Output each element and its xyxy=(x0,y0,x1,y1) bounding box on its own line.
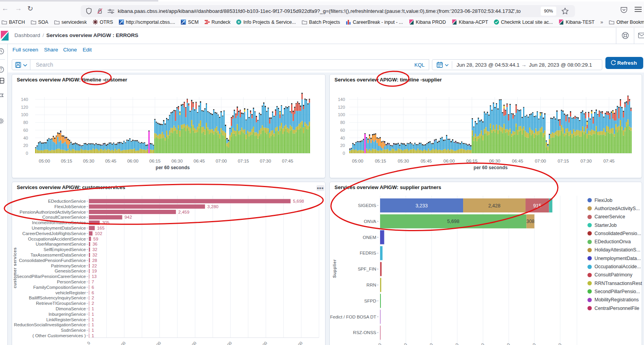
help-icon[interactable] xyxy=(621,32,629,39)
time-range-arrow: → xyxy=(521,62,526,68)
newsfeed-icon[interactable] xyxy=(638,33,644,38)
reload-icon[interactable]: ↻ xyxy=(27,4,33,13)
chevron-down-icon xyxy=(445,64,449,66)
legend-item[interactable]: FlexiJob xyxy=(587,196,642,204)
canvas-icon[interactable] xyxy=(0,93,4,100)
time-from[interactable]: Jun 28, 2023 @ 04:53:44.1 xyxy=(456,62,520,68)
bookmarks-overflow-chevron[interactable]: » xyxy=(600,19,603,25)
legend-item[interactable]: UnemploymentData... xyxy=(587,254,642,262)
legend-dot xyxy=(587,231,592,235)
bookmark-item[interactable]: Kibana-TEST xyxy=(559,19,594,25)
legend-dot xyxy=(587,298,592,302)
saved-query-button[interactable] xyxy=(12,59,30,70)
legend-dot xyxy=(587,273,592,277)
info-icon xyxy=(236,19,241,25)
bookmark-item[interactable]: Kibana-ACPT xyxy=(452,19,488,25)
svg-text:?: ? xyxy=(0,67,2,72)
panel-timeline-supplier: Services overview APIGW: timeline -suppl… xyxy=(329,74,642,178)
legend-item[interactable]: SecondPillarPensio... xyxy=(587,287,642,295)
legend-item[interactable]: RRNTransactionsRest xyxy=(587,279,642,287)
bookmark-item[interactable]: Checkmk Local site ac... xyxy=(494,19,553,25)
dashboard-menu: Full screen Share Clone Edit xyxy=(0,44,644,56)
bookmark-item[interactable]: OTRS xyxy=(93,19,113,25)
legend-dot xyxy=(587,265,592,269)
refresh-icon xyxy=(610,60,616,66)
legend-dot xyxy=(587,215,592,219)
kibana-logo[interactable] xyxy=(0,31,9,41)
legend-dot xyxy=(587,198,592,202)
lock-disabled-icon[interactable] xyxy=(97,8,103,14)
full-screen-link[interactable]: Full screen xyxy=(12,47,38,53)
checkmk-icon xyxy=(494,19,499,25)
legend-dot xyxy=(587,281,592,285)
legend-item[interactable]: HolidayAttestationS... xyxy=(587,246,642,254)
breadcrumb: Dashboard/Services overview APIGW : ERRO… xyxy=(14,32,138,38)
menu-icon[interactable] xyxy=(635,7,642,12)
dashboard-app-icon[interactable] xyxy=(0,78,4,84)
bookmark-item[interactable]: servicedesk xyxy=(54,19,87,25)
edit-link[interactable]: Edit xyxy=(83,47,92,53)
scm-icon xyxy=(119,19,124,25)
panel-title[interactable]: Services overview APIGW: customerservice… xyxy=(17,184,125,190)
legend-item[interactable]: StarterJob xyxy=(587,221,642,229)
bookmark-item[interactable]: Info Projects & Service... xyxy=(236,19,296,25)
panel-options-icon[interactable]: ■■■ xyxy=(317,185,324,191)
legend-item[interactable]: ConsultPatrimony xyxy=(587,271,642,279)
panel-title[interactable]: Services overview APIGW: supplier partne… xyxy=(334,184,441,190)
bookmark-item[interactable]: SCM xyxy=(181,19,198,25)
save-icon xyxy=(15,62,21,68)
kql-button[interactable]: KQL xyxy=(414,62,425,68)
legend-dot xyxy=(587,223,592,227)
bookmark-item[interactable]: Rundeck xyxy=(205,19,231,25)
zoom-level-badge[interactable]: 90% xyxy=(541,7,556,16)
careerbreak-icon xyxy=(346,19,351,25)
bookmark-item[interactable]: CareerBreak - input - ... xyxy=(346,19,403,25)
legend-item[interactable]: MobilityRegistrations xyxy=(587,296,642,304)
recent-icon[interactable] xyxy=(0,48,4,55)
bookmark-star-icon[interactable] xyxy=(561,7,569,15)
date-picker[interactable]: Jun 28, 2023 @ 04:53:44.1 → Jun 28, 2023… xyxy=(432,59,602,70)
panel-title[interactable]: Services overview APIGW: timeline -suppl… xyxy=(334,77,442,83)
breadcrumb-current: Services overview APIGW : ERRORS xyxy=(46,32,138,38)
breadcrumb-dashboard[interactable]: Dashboard xyxy=(14,32,40,38)
calendar-icon[interactable] xyxy=(437,62,443,68)
time-to[interactable]: Jun 28, 2023 @ 08:00:29.1 xyxy=(529,62,592,68)
legend-dot xyxy=(587,256,592,260)
legend-item[interactable]: AuthorizedActivityS... xyxy=(587,204,642,212)
pocket-icon[interactable] xyxy=(620,6,628,14)
gear-icon[interactable] xyxy=(0,118,4,124)
legend-dot xyxy=(587,306,592,310)
scm-icon xyxy=(181,19,186,25)
bookmark-item[interactable]: Batch Projects xyxy=(302,19,340,25)
share-link[interactable]: Share xyxy=(44,47,58,53)
other-bookmarks[interactable]: Other Bookmarks xyxy=(609,19,644,25)
bookmark-item[interactable]: http://scmportal.cbss.... xyxy=(119,19,175,25)
url-bar[interactable]: kibana.paas.cbss.inet/app/kibana#/dashbo… xyxy=(81,5,575,17)
chart-legend: FlexiJobAuthorizedActivityS...CareerServ… xyxy=(587,196,642,312)
legend-item[interactable]: OccupationalAccide... xyxy=(587,262,642,271)
legend-item[interactable]: CentralPersonnelFile xyxy=(587,304,642,312)
bookmark-item[interactable]: SOA xyxy=(31,19,48,25)
legend-dot xyxy=(587,240,592,244)
rundeck-icon xyxy=(205,19,210,25)
legend-dot xyxy=(587,206,592,211)
bookmark-item[interactable]: Kibana PROD xyxy=(409,19,446,25)
panel-supplier-partners: Services overview APIGW: supplier partne… xyxy=(329,182,642,345)
tracking-settings-icon[interactable] xyxy=(108,9,114,14)
visualize-icon[interactable]: ? xyxy=(0,66,4,73)
legend-item[interactable]: ConsolidatedPensio... xyxy=(587,229,642,237)
legend-item[interactable]: EDeductionOnva xyxy=(587,237,642,246)
forward-icon[interactable]: → xyxy=(15,4,22,12)
refresh-button[interactable]: Refresh xyxy=(605,57,643,69)
kibana-icon xyxy=(559,19,564,25)
clone-link[interactable]: Clone xyxy=(63,47,77,53)
search-input[interactable] xyxy=(30,59,429,70)
shield-icon[interactable] xyxy=(86,8,92,14)
folder-icon xyxy=(609,20,614,25)
kibana-header: Dashboard/Services overview APIGW : ERRO… xyxy=(0,28,644,44)
legend-item[interactable]: CareerService xyxy=(587,213,642,221)
bookmark-item[interactable]: BATCH xyxy=(2,19,25,25)
panel-timeline-customer: Services overview APIGW: timeline -custo… xyxy=(12,74,326,178)
panel-title[interactable]: Services overview APIGW: timeline -custo… xyxy=(17,77,127,83)
back-icon[interactable]: ← xyxy=(2,4,9,12)
